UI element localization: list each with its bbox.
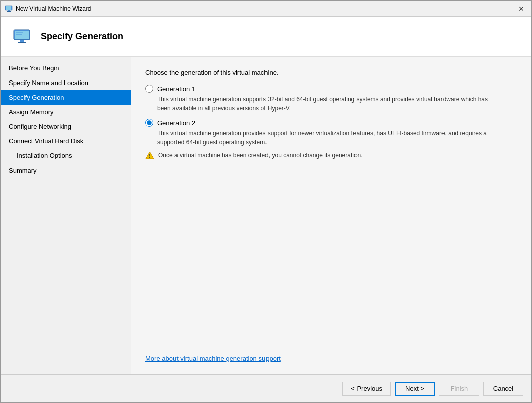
cancel-button[interactable]: Cancel <box>483 382 523 396</box>
generation1-label-row: Generation 1 <box>145 85 517 93</box>
svg-rect-2 <box>8 10 10 11</box>
svg-rect-3 <box>7 11 11 12</box>
svg-rect-9 <box>18 42 26 43</box>
page-title: Specify Generation <box>41 31 123 42</box>
sidebar-item-before-you-begin[interactable]: Before You Begin <box>1 61 131 75</box>
previous-button[interactable]: < Previous <box>342 382 391 396</box>
generation2-label[interactable]: Generation 2 <box>157 119 195 127</box>
sidebar-item-summary[interactable]: Summary <box>1 163 131 178</box>
generation1-label[interactable]: Generation 1 <box>157 85 195 93</box>
sidebar-item-installation-options[interactable]: Installation Options <box>1 148 131 163</box>
header-area: Specify Generation <box>1 17 531 57</box>
window-icon <box>5 5 13 13</box>
generation2-option: Generation 2 This virtual machine genera… <box>145 119 517 160</box>
warning-text: Once a virtual machine has been created,… <box>158 151 363 160</box>
footer: < Previous Next > Finish Cancel <box>1 374 531 402</box>
content-area: Before You Begin Specify Name and Locati… <box>1 57 531 374</box>
generation2-radio[interactable] <box>145 119 153 127</box>
radio-group: Generation 1 This virtual machine genera… <box>145 85 517 166</box>
finish-button[interactable]: Finish <box>439 382 479 396</box>
window: New Virtual Machine Wizard ✕ Specify Gen… <box>0 0 532 403</box>
header-icon <box>13 29 33 45</box>
svg-rect-8 <box>20 40 24 42</box>
window-title: New Virtual Machine Wizard <box>16 5 92 12</box>
section-intro: Choose the generation of this virtual ma… <box>145 69 517 76</box>
help-link[interactable]: More about virtual machine generation su… <box>145 355 281 362</box>
svg-rect-1 <box>6 6 11 10</box>
main-panel: Choose the generation of this virtual ma… <box>131 57 531 374</box>
generation2-description: This virtual machine generation provides… <box>157 129 499 147</box>
sidebar-item-assign-memory[interactable]: Assign Memory <box>1 105 131 119</box>
sidebar-item-specify-name[interactable]: Specify Name and Location <box>1 75 131 90</box>
sidebar: Before You Begin Specify Name and Locati… <box>1 57 131 374</box>
sidebar-item-configure-networking[interactable]: Configure Networking <box>1 119 131 134</box>
generation1-radio[interactable] <box>145 85 153 93</box>
link-area: More about virtual machine generation su… <box>145 347 517 362</box>
svg-text:!: ! <box>149 153 150 159</box>
generation1-option: Generation 1 This virtual machine genera… <box>145 85 517 113</box>
warning-row: ! Once a virtual machine has been create… <box>145 151 517 160</box>
warning-icon: ! <box>145 151 154 160</box>
generation1-description: This virtual machine generation supports… <box>157 95 499 113</box>
sidebar-item-connect-vhd[interactable]: Connect Virtual Hard Disk <box>1 134 131 148</box>
svg-rect-5 <box>15 31 29 39</box>
generation2-label-row: Generation 2 <box>145 119 517 127</box>
title-bar-left: New Virtual Machine Wizard <box>5 5 92 13</box>
title-bar: New Virtual Machine Wizard ✕ <box>1 1 531 17</box>
close-button[interactable]: ✕ <box>515 3 527 15</box>
sidebar-item-specify-generation[interactable]: Specify Generation <box>1 90 131 105</box>
next-button[interactable]: Next > <box>395 382 435 396</box>
